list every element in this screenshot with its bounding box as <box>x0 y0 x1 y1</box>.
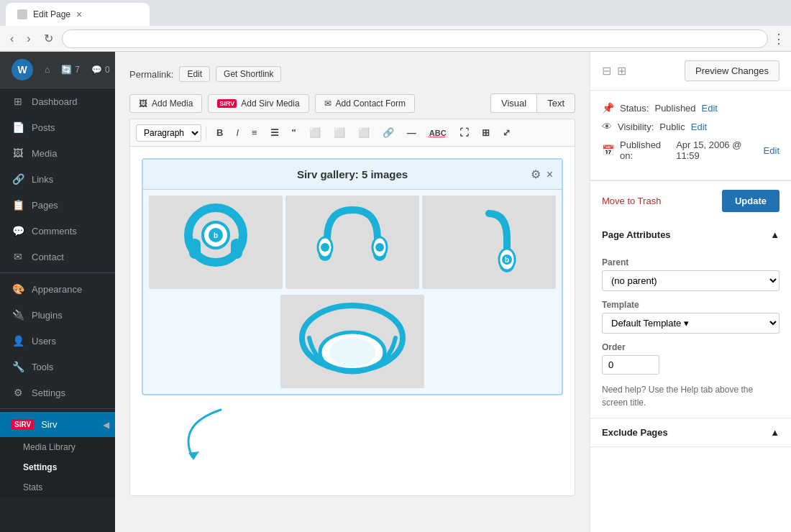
arrow-annotation <box>142 395 563 484</box>
page-attributes-header[interactable]: Page Attributes ▲ <box>590 221 791 249</box>
sidebar-item-dashboard[interactable]: ⊞ Dashboard <box>0 88 115 114</box>
sidebar-item-appearance[interactable]: 🎨 Appearance <box>0 276 115 302</box>
spellcheck-button[interactable]: ABC <box>424 125 452 141</box>
sidebar-item-links[interactable]: 🔗 Links <box>0 166 115 192</box>
gallery-header-actions: ⚙ × <box>531 168 553 181</box>
sidebar-item-comments[interactable]: 💬 Comments <box>0 218 115 244</box>
exclude-pages-chevron-icon: ▲ <box>770 427 779 438</box>
bold-button[interactable]: B <box>211 124 229 142</box>
settings-sub-label: Settings <box>23 462 57 472</box>
sidebar-item-label: Users <box>32 336 56 347</box>
update-button[interactable]: Update <box>722 190 779 212</box>
sidebar-item-media[interactable]: 🖼 Media <box>0 140 115 166</box>
sidebar-item-pages[interactable]: 📋 Pages <box>0 192 115 218</box>
updates-count: 7 <box>75 65 80 75</box>
tab-text[interactable]: Text <box>536 93 575 113</box>
gallery-settings-button[interactable]: ⚙ <box>531 168 541 181</box>
align-right-button[interactable]: ⬜ <box>352 124 375 142</box>
gallery-close-button[interactable]: × <box>547 168 553 181</box>
add-contact-form-button[interactable]: ✉ Add Contact Form <box>315 94 415 113</box>
exclude-pages-header[interactable]: Exclude Pages ▲ <box>590 418 791 446</box>
main-content: Permalink: Edit Get Shortlink 🖼 Add Medi… <box>115 52 590 532</box>
fullscreen-button[interactable]: ⛶ <box>454 124 475 142</box>
sidebar-item-plugins[interactable]: 🔌 Plugins <box>0 302 115 328</box>
gallery-image-3[interactable]: b <box>422 196 556 289</box>
parent-select[interactable]: (no parent) <box>602 270 779 291</box>
gallery-images-row2 <box>143 295 562 394</box>
align-center-button[interactable]: ⬜ <box>328 124 351 142</box>
editor-canvas[interactable]: Sirv gallery: 5 images ⚙ × <box>129 146 575 496</box>
rs-icon-button-2[interactable]: ⊞ <box>617 64 626 78</box>
sidebar-item-posts[interactable]: 📄 Posts <box>0 114 115 140</box>
home-link[interactable]: ⌂ <box>45 65 50 75</box>
sirv-submenu-settings[interactable]: Settings <box>0 457 115 477</box>
align-left-button[interactable]: ⬜ <box>303 124 326 142</box>
template-field: Template Default Template ▾ <box>602 300 779 334</box>
sirv-submenu-media-library[interactable]: Media Library <box>0 437 115 457</box>
gallery-image-4[interactable] <box>280 295 424 388</box>
comments-link[interactable]: 💬 0 <box>91 65 110 75</box>
page-attributes-title: Page Attributes <box>602 229 671 240</box>
sidebar-item-users[interactable]: 👤 Users <box>0 328 115 354</box>
status-value: Published <box>654 103 695 114</box>
add-media-button[interactable]: 🖼 Add Media <box>129 94 202 113</box>
posts-icon: 📄 <box>12 121 24 133</box>
expand-button[interactable]: ⤢ <box>497 124 516 142</box>
format-toolbar: Paragraph B I ≡ ☰ " ⬜ ⬜ ⬜ 🔗 — ABC ⛶ ⊞ ⤢ <box>129 119 575 146</box>
settings-icon: ⚙ <box>12 387 24 398</box>
tab-close-icon[interactable]: × <box>76 9 82 20</box>
back-button[interactable]: ‹ <box>6 29 18 48</box>
sidebar-item-label: Settings <box>32 387 65 398</box>
move-to-trash-link[interactable]: Move to Trash <box>602 196 661 206</box>
permalink-row: Permalink: Edit Get Shortlink <box>129 66 575 82</box>
page-attributes-body: Parent (no parent) Template Default Temp… <box>590 249 791 418</box>
gallery-image-1[interactable]: b <box>149 196 283 289</box>
status-edit-link[interactable]: Edit <box>702 103 718 114</box>
rs-icon-button-1[interactable]: ⊟ <box>602 64 611 78</box>
paragraph-select[interactable]: Paragraph <box>136 124 201 142</box>
sidebar-item-settings[interactable]: ⚙ Settings <box>0 380 115 405</box>
annotation-arrow-svg <box>163 403 307 467</box>
reload-button[interactable]: ↻ <box>40 29 58 48</box>
sidebar-item-sirv[interactable]: SIRV Sirv ◀ <box>0 412 115 437</box>
wordpress-logo: W <box>12 59 33 81</box>
link-button[interactable]: 🔗 <box>377 124 400 142</box>
italic-button[interactable]: I <box>230 124 244 142</box>
blockquote-button[interactable]: " <box>286 124 302 142</box>
published-edit-link[interactable]: Edit <box>764 145 779 156</box>
headphone-svg-3: b <box>449 199 529 285</box>
appearance-icon: 🎨 <box>12 283 24 295</box>
page-attributes-chevron-icon: ▲ <box>770 229 779 240</box>
visibility-label: Visibility: <box>618 121 654 132</box>
sidebar-item-contact[interactable]: ✉ Contact <box>0 244 115 270</box>
browser-menu-icon[interactable]: ⋮ <box>772 31 785 47</box>
permalink-edit-button[interactable]: Edit <box>179 66 210 82</box>
help-text: Need help? Use the Help tab above the sc… <box>602 383 779 409</box>
sidebar-item-label: Comments <box>32 226 77 237</box>
gallery-image-2[interactable] <box>285 196 419 289</box>
preview-changes-button[interactable]: Preview Changes <box>685 60 779 81</box>
forward-button[interactable]: › <box>22 29 35 48</box>
order-input[interactable] <box>602 355 659 375</box>
visibility-edit-link[interactable]: Edit <box>691 121 707 132</box>
tab-favicon <box>17 9 27 19</box>
sidebar-item-tools[interactable]: 🔧 Tools <box>0 354 115 380</box>
template-select[interactable]: Default Template ▾ <box>602 313 779 334</box>
toolbar-divider <box>206 126 206 140</box>
gallery-block: Sirv gallery: 5 images ⚙ × <box>142 158 563 395</box>
more-button[interactable]: — <box>401 124 422 142</box>
ordered-list-button[interactable]: ☰ <box>265 124 285 142</box>
table-button[interactable]: ⊞ <box>476 124 495 142</box>
updates-link[interactable]: 🔄 7 <box>61 65 80 75</box>
unordered-list-button[interactable]: ≡ <box>246 124 263 142</box>
add-sirv-media-button[interactable]: SIRV Add Sirv Media <box>208 94 308 113</box>
media-icon: 🖼 <box>12 147 24 159</box>
wp-logo[interactable]: W <box>12 59 33 81</box>
browser-tab[interactable]: Edit Page × <box>6 3 150 26</box>
collapse-arrow-icon: ◀ <box>103 420 109 430</box>
admin-bar: W ⌂ 🔄 7 💬 0 + New <box>0 52 115 88</box>
sirv-submenu-stats[interactable]: Stats <box>0 477 115 497</box>
permalink-shortlink-button[interactable]: Get Shortlink <box>216 66 281 82</box>
address-bar[interactable] <box>62 29 768 48</box>
tab-visual[interactable]: Visual <box>490 93 536 113</box>
